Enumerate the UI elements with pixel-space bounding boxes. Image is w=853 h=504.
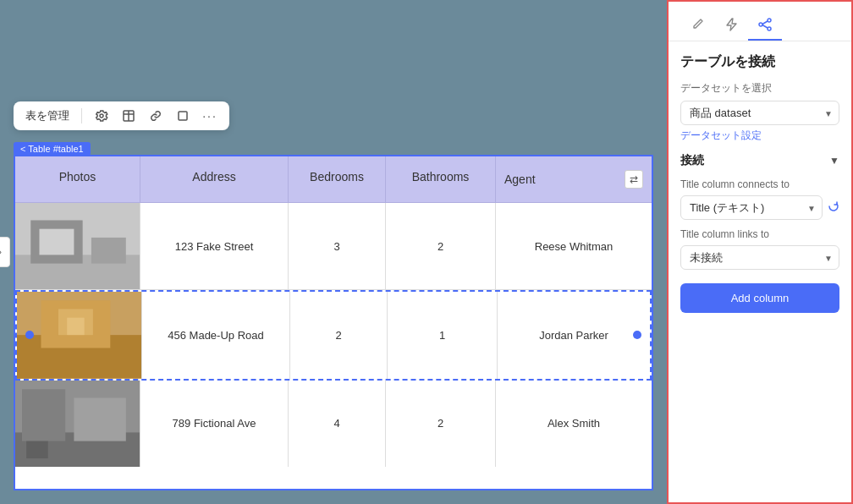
canvas-area: › 表を管理 — [0, 0, 667, 504]
gear-icon[interactable] — [94, 108, 109, 123]
cell-agent-1: Reese Whitman — [496, 203, 652, 289]
toolbar-divider — [81, 108, 82, 123]
table-toolbar: 表を管理 ··· — [14, 101, 229, 130]
cell-agent-3: Alex Smith — [496, 381, 652, 467]
svg-rect-3 — [179, 112, 187, 120]
col-header-address: Address — [140, 156, 289, 202]
panel-tabs — [669, 2, 851, 41]
cell-address-2: 456 Made-Up Road — [142, 292, 290, 378]
title-connects-select[interactable]: Title (テキスト) — [680, 195, 823, 220]
table-container: Photos Address Bedrooms Bathrooms Agent … — [14, 155, 653, 490]
title-connects-select-wrapper: Title (テキスト) ▼ — [680, 195, 823, 220]
table-header: Photos Address Bedrooms Bathrooms Agent … — [15, 156, 652, 203]
table-row-selected: 456 Made-Up Road 2 1 Jordan Parker — [15, 290, 652, 380]
right-panel: テーブルを接続 データセットを選択 商品 dataset ▼ データセット設定 … — [667, 0, 853, 504]
svg-rect-8 — [91, 238, 126, 264]
link-icon[interactable] — [148, 108, 163, 123]
panel-title: テーブルを接続 — [680, 53, 839, 71]
frame-icon[interactable] — [175, 108, 190, 123]
svg-rect-18 — [26, 441, 48, 457]
col-header-bedrooms: Bedrooms — [289, 156, 386, 202]
col-header-agent: Agent ⇄ — [496, 156, 652, 202]
title-connects-row: Title (テキスト) ▼ — [680, 195, 839, 220]
property-photo-1 — [15, 203, 140, 289]
cell-photo-2 — [17, 292, 142, 378]
svg-line-23 — [762, 25, 768, 29]
col-header-photos: Photos — [15, 156, 140, 202]
connect-section-header: 接続 ▼ — [680, 153, 839, 168]
svg-line-22 — [762, 21, 768, 25]
svg-point-21 — [768, 27, 771, 30]
panel-content: テーブルを接続 データセットを選択 商品 dataset ▼ データセット設定 … — [669, 41, 851, 502]
title-links-select[interactable]: 未接続 — [680, 245, 839, 270]
title-connects-label: Title column connects to — [680, 178, 839, 190]
dataset-settings-link[interactable]: データセット設定 — [680, 129, 839, 143]
cell-photo-3 — [15, 381, 140, 467]
cell-bathrooms-2: 1 — [388, 292, 498, 378]
table-icon[interactable] — [121, 108, 136, 123]
table-row: 123 Fake Street 3 2 Reese Whitman — [15, 203, 652, 290]
add-column-button[interactable]: Add column — [680, 283, 839, 313]
cell-bedrooms-1: 3 — [289, 203, 386, 289]
svg-point-20 — [768, 19, 771, 22]
dataset-label: データセットを選択 — [680, 81, 839, 96]
svg-rect-13 — [67, 318, 84, 335]
tab-edit[interactable] — [680, 10, 714, 41]
svg-point-19 — [759, 23, 762, 26]
cell-bathrooms-1: 2 — [386, 203, 496, 289]
title-links-select-wrapper: 未接続 ▼ — [680, 245, 839, 270]
cell-photo-1 — [15, 203, 140, 289]
refresh-connection-icon[interactable] — [828, 200, 839, 215]
svg-rect-17 — [74, 397, 125, 441]
title-links-label: Title column links to — [680, 228, 839, 240]
table-row: 789 Fictional Ave 4 2 Alex Smith — [15, 381, 652, 467]
table-tag: < Table #table1 — [14, 142, 91, 156]
svg-rect-16 — [22, 389, 65, 441]
connect-section-title: 接続 — [680, 153, 704, 168]
connect-section-chevron-icon[interactable]: ▼ — [829, 155, 839, 167]
panel-collapse-button[interactable]: › — [0, 237, 10, 267]
tab-lightning[interactable] — [714, 10, 748, 41]
cell-bedrooms-2: 2 — [290, 292, 388, 378]
col-header-bathrooms: Bathrooms — [386, 156, 496, 202]
cell-address-1: 123 Fake Street — [140, 203, 289, 289]
dataset-select[interactable]: 商品 dataset — [680, 101, 839, 125]
cell-bathrooms-3: 2 — [386, 381, 496, 467]
dataset-select-wrapper: 商品 dataset ▼ — [680, 101, 839, 125]
cell-agent-2: Jordan Parker — [498, 292, 650, 378]
drag-handle-left[interactable] — [25, 331, 34, 339]
cell-address-3: 789 Fictional Ave — [140, 381, 289, 467]
property-photo-3 — [15, 381, 140, 467]
more-icon[interactable]: ··· — [202, 108, 217, 123]
property-photo-2 — [17, 292, 141, 378]
manage-table-label[interactable]: 表を管理 — [25, 108, 69, 123]
expand-columns-button[interactable]: ⇄ — [625, 170, 643, 189]
cell-bedrooms-3: 4 — [289, 381, 386, 467]
svg-rect-7 — [39, 229, 74, 255]
drag-handle-right[interactable] — [633, 331, 641, 339]
tab-connect[interactable] — [748, 10, 782, 41]
